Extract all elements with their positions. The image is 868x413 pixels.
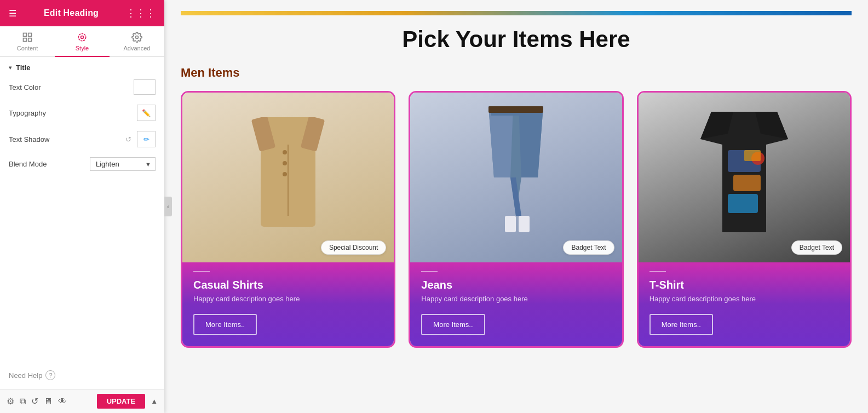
svg-rect-13 bbox=[283, 161, 287, 165]
svg-rect-16 bbox=[491, 113, 541, 116]
card-image-area-jeans: Badget Text bbox=[410, 93, 622, 262]
sidebar: ☰ Edit Heading ⋮⋮⋮ Content Style Advance… bbox=[0, 0, 164, 413]
card-title-tshirt: T-Shirt bbox=[649, 279, 839, 291]
hamburger-icon[interactable]: ☰ bbox=[9, 8, 16, 19]
svg-rect-0 bbox=[24, 33, 27, 37]
shirt-svg bbox=[244, 117, 332, 238]
card-divider-jeans bbox=[421, 271, 438, 272]
svg-rect-23 bbox=[744, 150, 761, 161]
footer-help-label: Need Help bbox=[9, 371, 42, 380]
card-desc-tshirt: Happy card description goes here bbox=[649, 295, 839, 303]
blend-mode-select-wrap: Lighten Normal Multiply Screen Overlay D… bbox=[90, 157, 156, 171]
eye-icon[interactable]: 👁 bbox=[58, 397, 67, 406]
desktop-icon[interactable]: 🖥 bbox=[44, 397, 53, 406]
product-card-casual-shirts: Special Discount Casual Shirts Happy car… bbox=[181, 91, 395, 348]
card-desc-shirt: Happy card description goes here bbox=[193, 295, 383, 303]
section-title-label: Title bbox=[16, 64, 31, 72]
tab-advanced-label: Advanced bbox=[124, 45, 151, 51]
history-icon[interactable]: ↺ bbox=[31, 396, 38, 406]
card-image-area-shirt: Special Discount bbox=[182, 93, 394, 262]
svg-rect-12 bbox=[283, 150, 287, 154]
svg-rect-15 bbox=[488, 106, 543, 113]
card-title-shirt: Casual Shirts bbox=[193, 279, 383, 291]
card-desc-jeans: Happy card description goes here bbox=[421, 295, 611, 303]
help-icon[interactable]: ? bbox=[45, 370, 55, 380]
svg-rect-18 bbox=[519, 216, 530, 232]
tshirt-image bbox=[639, 93, 850, 262]
svg-rect-3 bbox=[28, 38, 32, 42]
svg-point-4 bbox=[81, 36, 84, 39]
settings-icon[interactable]: ⚙ bbox=[7, 396, 14, 406]
section-title-heading: ▾ Title bbox=[9, 64, 156, 72]
svg-rect-17 bbox=[505, 216, 516, 232]
page-title: Pick Your Items Here bbox=[181, 26, 852, 53]
tab-content-label: Content bbox=[17, 45, 38, 51]
svg-rect-10 bbox=[283, 117, 294, 134]
sidebar-tabs: Content Style Advanced bbox=[0, 26, 164, 57]
jeans-svg bbox=[483, 106, 549, 249]
blend-mode-row: Blend Mode Lighten Normal Multiply Scree… bbox=[9, 157, 156, 171]
card-badge-tshirt: Badget Text bbox=[791, 240, 842, 255]
typography-label: Typography bbox=[9, 109, 46, 117]
product-card-jeans: Badget Text Jeans Happy card description… bbox=[409, 91, 623, 348]
blend-mode-select[interactable]: Lighten Normal Multiply Screen Overlay D… bbox=[90, 157, 156, 171]
typography-row: Typography ✏️ bbox=[9, 105, 156, 121]
svg-point-5 bbox=[78, 33, 85, 41]
tab-style[interactable]: Style bbox=[55, 26, 110, 56]
section-arrow-icon[interactable]: ▾ bbox=[9, 65, 12, 71]
text-shadow-label: Text Shadow bbox=[9, 135, 49, 144]
sidebar-title: Edit Heading bbox=[44, 8, 99, 18]
card-badge-jeans: Badget Text bbox=[563, 240, 614, 255]
card-body-jeans: Jeans Happy card description goes here M… bbox=[410, 262, 622, 346]
svg-rect-1 bbox=[28, 33, 32, 37]
sidebar-collapse-button[interactable]: ‹ bbox=[164, 197, 172, 216]
svg-rect-2 bbox=[24, 38, 27, 42]
main-content: Pick Your Items Here Men Items bbox=[164, 0, 868, 413]
card-title-jeans: Jeans bbox=[421, 279, 611, 291]
tab-advanced[interactable]: Advanced bbox=[110, 26, 164, 56]
update-button[interactable]: UPDATE bbox=[97, 394, 145, 409]
title-section: ▾ Title Text Color Typography ✏️ Text Sh… bbox=[0, 57, 164, 181]
tab-content[interactable]: Content bbox=[0, 26, 55, 56]
card-badge-special-discount: Special Discount bbox=[321, 240, 386, 255]
svg-rect-20 bbox=[733, 175, 761, 191]
tshirt-svg bbox=[695, 112, 794, 243]
card-button-tshirt[interactable]: More Items.. bbox=[649, 314, 713, 335]
sidebar-header: ☰ Edit Heading ⋮⋮⋮ bbox=[0, 0, 164, 26]
text-color-swatch[interactable] bbox=[134, 79, 156, 95]
text-shadow-reset-icon[interactable]: ↺ bbox=[123, 134, 134, 145]
cards-grid: Special Discount Casual Shirts Happy car… bbox=[181, 91, 852, 348]
svg-rect-21 bbox=[728, 194, 758, 213]
jeans-image bbox=[410, 93, 622, 262]
card-divider-shirt bbox=[193, 271, 210, 272]
svg-point-6 bbox=[136, 36, 139, 39]
sidebar-footer[interactable]: Need Help ? bbox=[0, 362, 164, 389]
svg-rect-14 bbox=[283, 172, 287, 176]
top-image-strip bbox=[181, 11, 852, 15]
blend-mode-label: Blend Mode bbox=[9, 160, 47, 168]
card-body-shirt: Casual Shirts Happy card description goe… bbox=[182, 262, 394, 346]
card-button-jeans[interactable]: More Items.. bbox=[421, 314, 485, 335]
chevron-up-icon[interactable]: ▲ bbox=[151, 397, 158, 405]
text-color-label: Text Color bbox=[9, 83, 41, 91]
text-shadow-row: Text Shadow ↺ ✏ bbox=[9, 131, 156, 147]
card-body-tshirt: T-Shirt Happy card description goes here… bbox=[639, 262, 850, 346]
section-heading: Men Items bbox=[181, 66, 852, 80]
text-color-row: Text Color bbox=[9, 79, 156, 95]
tab-style-label: Style bbox=[76, 45, 89, 51]
card-divider-tshirt bbox=[649, 271, 666, 272]
shirt-image bbox=[182, 93, 394, 262]
product-card-tshirt: Badget Text T-Shirt Happy card descripti… bbox=[637, 91, 852, 348]
text-shadow-edit-button[interactable]: ✏ bbox=[137, 131, 156, 147]
sidebar-bottom-bar: ⚙ ⧉ ↺ 🖥 👁 UPDATE ▲ bbox=[0, 389, 164, 413]
card-image-area-tshirt: Badget Text bbox=[639, 93, 850, 262]
card-button-shirt[interactable]: More Items.. bbox=[193, 314, 257, 335]
layers-icon[interactable]: ⧉ bbox=[20, 397, 26, 406]
typography-edit-button[interactable]: ✏️ bbox=[137, 105, 156, 121]
grid-icon[interactable]: ⋮⋮⋮ bbox=[126, 7, 156, 19]
